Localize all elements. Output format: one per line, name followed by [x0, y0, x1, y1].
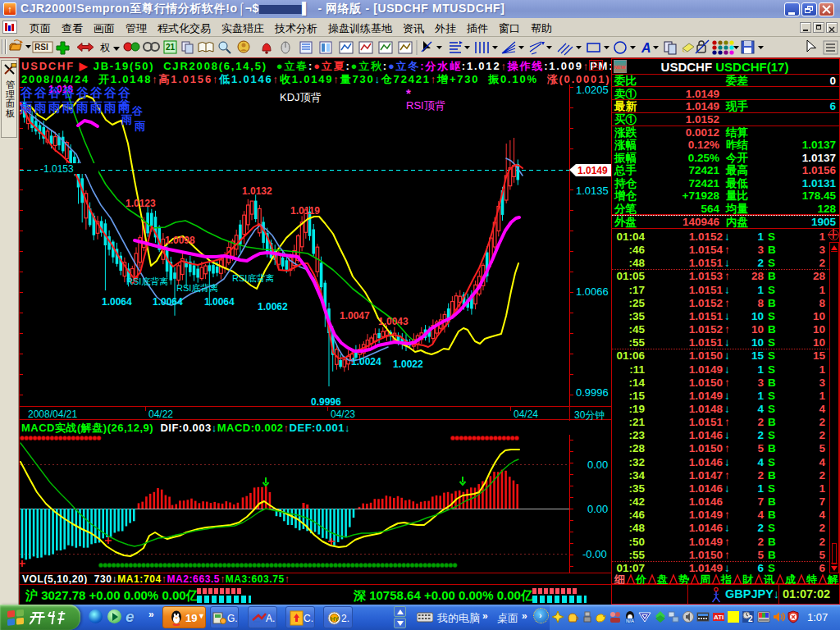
svg-text:0.9996: 0.9996	[311, 396, 341, 406]
svg-text:雨: 雨	[20, 100, 33, 114]
svg-text:雨: 雨	[62, 100, 75, 114]
svg-text:2: 2	[748, 614, 753, 623]
svg-text:0.00: 0.00	[587, 459, 608, 471]
svg-text:1.0043: 1.0043	[378, 316, 409, 327]
svg-text:谷: 谷	[131, 105, 144, 117]
svg-text:RSI底背离: RSI底背离	[232, 273, 274, 283]
svg-text:谷: 谷	[20, 85, 33, 99]
svg-text:谷: 谷	[118, 98, 130, 111]
svg-text:1.0205: 1.0205	[576, 84, 609, 96]
svg-text:N/A: N/A	[626, 619, 634, 623]
svg-text:成: 成	[784, 573, 796, 585]
svg-text:1.0064: 1.0064	[153, 296, 183, 308]
svg-text:谷: 谷	[75, 85, 89, 99]
svg-text:细: 细	[614, 573, 625, 585]
svg-text:1.0024: 1.0024	[351, 356, 381, 368]
svg-text:雨: 雨	[89, 100, 103, 114]
svg-text:1.0135: 1.0135	[576, 185, 609, 197]
svg-text:A: A	[641, 41, 651, 55]
svg-text:盘: 盘	[656, 573, 668, 585]
svg-text:1.0022: 1.0022	[393, 358, 423, 370]
svg-text:0.9996: 0.9996	[576, 386, 609, 399]
svg-text:*: *	[406, 86, 411, 100]
svg-text:权: 权	[100, 42, 110, 53]
svg-text:1.0132: 1.0132	[242, 185, 272, 197]
svg-text:1.0064: 1.0064	[204, 296, 235, 308]
svg-text:HY: HY	[331, 616, 339, 622]
svg-text:0.00: 0.00	[587, 503, 608, 515]
svg-text:雨: 雨	[121, 113, 133, 126]
svg-text:势: 势	[678, 573, 690, 585]
svg-text:解: 解	[827, 573, 838, 585]
svg-text:雨: 雨	[75, 100, 89, 114]
svg-text:谷: 谷	[34, 85, 47, 99]
svg-text:1.0098: 1.0098	[165, 235, 195, 246]
svg-text:1.0123: 1.0123	[126, 198, 156, 209]
svg-text:雨: 雨	[48, 100, 61, 114]
svg-text:-1.0153: -1.0153	[40, 163, 74, 175]
svg-text:谷: 谷	[89, 85, 103, 99]
svg-text:雨: 雨	[134, 120, 146, 132]
svg-text:雨: 雨	[34, 100, 47, 114]
svg-text:1.0062: 1.0062	[258, 301, 288, 313]
svg-text:谷: 谷	[62, 85, 75, 99]
svg-text:指: 指	[720, 573, 732, 585]
svg-text:RSI底背离: RSI底背离	[126, 276, 168, 286]
svg-text:价: 价	[635, 573, 647, 585]
svg-text:RSI底背离: RSI底背离	[176, 283, 218, 293]
svg-text:讯: 讯	[763, 573, 775, 585]
svg-text:特: 特	[806, 573, 817, 585]
svg-text:-0.00: -0.00	[582, 548, 607, 560]
svg-text:財: 財	[742, 573, 754, 585]
svg-text:1.0119: 1.0119	[290, 205, 320, 217]
svg-text:ATI: ATI	[714, 614, 724, 621]
svg-text:1.0047: 1.0047	[340, 310, 370, 322]
svg-text:谷: 谷	[117, 85, 130, 99]
svg-text:RSI顶背: RSI顶背	[406, 99, 445, 112]
svg-text:21: 21	[166, 43, 176, 52]
svg-text:RSI: RSI	[34, 43, 48, 52]
svg-text:谷: 谷	[103, 85, 116, 99]
svg-text:1.0066: 1.0066	[576, 285, 609, 298]
svg-text:谷: 谷	[48, 85, 61, 99]
svg-text:雨: 雨	[103, 100, 116, 114]
svg-text:KDJ顶背: KDJ顶背	[280, 91, 322, 103]
svg-text:1.0149: 1.0149	[578, 165, 608, 176]
svg-text:1.0064: 1.0064	[102, 296, 132, 308]
svg-text:周: 周	[699, 573, 710, 585]
